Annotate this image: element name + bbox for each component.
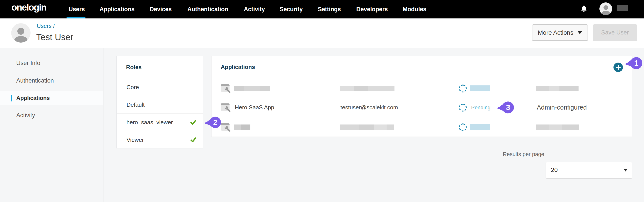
svg-text:3: 3	[506, 103, 510, 112]
svg-text:2: 2	[213, 118, 218, 126]
svg-text:1: 1	[634, 58, 638, 67]
